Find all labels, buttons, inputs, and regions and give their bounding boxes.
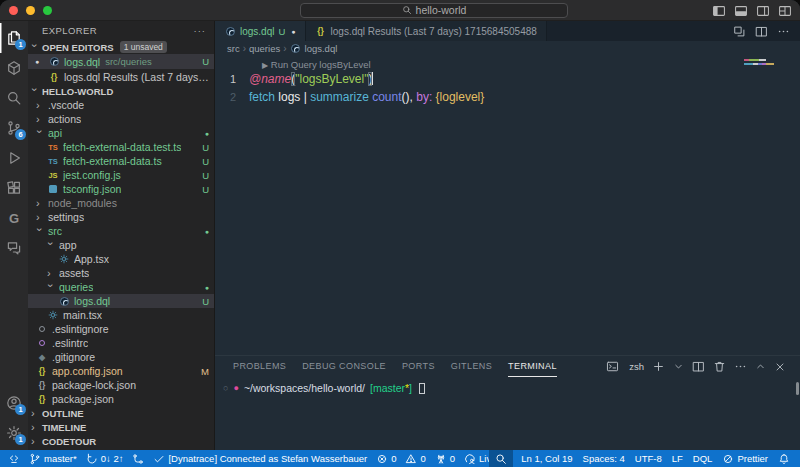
shell-selector-icon[interactable]	[606, 360, 619, 373]
tree-folder-actions[interactable]: ›actions	[28, 112, 214, 126]
tree-file-jest-config-js[interactable]: JSjest.config.jsU	[28, 168, 214, 182]
breadcrumb-item-queries[interactable]: queries	[249, 43, 280, 54]
tree-file-fetch-external-data-test-ts[interactable]: TSfetch-external-data.test.tsU	[28, 140, 214, 154]
tree-folder-queries[interactable]: ›queries●	[28, 280, 214, 294]
eslint-glyph	[39, 340, 45, 346]
status-dynatrace-connection[interactable]: [Dynatrace] Connected as Stefan Wasserba…	[151, 450, 369, 467]
status-notifications[interactable]	[776, 450, 792, 467]
tree-folder-app[interactable]: ›app	[28, 238, 214, 252]
explorer-more-actions[interactable]: ···	[194, 25, 207, 36]
status-indentation[interactable]: Spaces: 4	[581, 450, 627, 467]
folder-modified-dot-icon: ●	[205, 284, 209, 291]
json-file-icon: {}	[315, 26, 327, 36]
activity-item-search[interactable]	[0, 83, 28, 113]
editor-tab[interactable]: logs.dqlU●	[215, 21, 306, 41]
activity-item-accounts[interactable]: 1	[0, 388, 28, 418]
maximize-panel-icon[interactable]	[755, 361, 766, 372]
close-window-button[interactable]	[9, 6, 18, 15]
code-token: summarize	[310, 90, 372, 104]
activity-item-gitlens[interactable]: G	[0, 203, 28, 233]
status-remote-indicator[interactable]	[6, 450, 22, 467]
editor-more-actions-icon[interactable]	[777, 25, 790, 38]
open-editor-row[interactable]: ●logs.dqlsrc/queriesU	[28, 54, 214, 69]
status-zoom-indicator[interactable]	[489, 450, 513, 467]
tree-folder--vscode[interactable]: ›.vscode	[28, 98, 214, 112]
tree-file-main-tsx[interactable]: main.tsx	[28, 308, 214, 322]
project-section-header[interactable]: › HELLO-WORLD	[28, 84, 214, 98]
tree-file-package-lock-json[interactable]: {}package-lock.json	[28, 378, 214, 392]
open-editors-section-header[interactable]: › OPEN EDITORS 1 unsaved	[28, 40, 214, 54]
status-commit-graph[interactable]	[130, 450, 146, 467]
status-eol[interactable]: LF	[670, 450, 685, 467]
split-editor-icon[interactable]	[755, 25, 768, 38]
tree-file-logs-dql[interactable]: logs.dqlU	[28, 294, 214, 308]
status-git-sync[interactable]: 0↓ 2↑	[84, 450, 126, 467]
layout-panel-icon[interactable]	[734, 4, 748, 18]
activity-item-run-and-debug[interactable]	[0, 143, 28, 173]
breadcrumb-item-src[interactable]: src	[227, 43, 240, 54]
status-git-branch[interactable]: master*	[27, 450, 79, 467]
minimap[interactable]	[744, 59, 774, 65]
tree-file--eslintignore[interactable]: .eslintignore	[28, 322, 214, 336]
close-panel-icon[interactable]	[774, 361, 786, 373]
tree-folder-settings[interactable]: ›settings	[28, 210, 214, 224]
status-formatter[interactable]: Prettier	[720, 450, 770, 467]
kill-terminal-icon[interactable]	[713, 360, 726, 373]
layout-sidebar-right-icon[interactable]	[756, 4, 770, 18]
activity-item-dynatrace[interactable]	[0, 53, 28, 83]
layout-sidebar-left-icon[interactable]	[712, 4, 726, 18]
panel-tab-ports[interactable]: PORTS	[402, 356, 435, 377]
status-encoding[interactable]: UTF-8	[633, 450, 664, 467]
tree-folder-node-modules[interactable]: ›node_modules	[28, 196, 214, 210]
layout-customize-icon[interactable]	[778, 4, 792, 18]
open-changes-icon[interactable]	[733, 25, 746, 38]
chevron-down-icon: ›	[31, 44, 39, 52]
status-errors[interactable]: 0	[374, 450, 398, 467]
tree-file-fetch-external-data-ts[interactable]: TSfetch-external-data.tsU	[28, 154, 214, 168]
code-editor[interactable]: ▶ Run Query logsByLevel 1@name("logsByLe…	[215, 56, 800, 355]
split-terminal-icon[interactable]	[692, 360, 705, 373]
panel-more-actions-icon[interactable]	[734, 360, 747, 373]
section-header-timeline[interactable]: ›TIMELINE	[28, 420, 214, 434]
command-center-search[interactable]: hello-world	[300, 3, 568, 18]
tree-folder-src[interactable]: ›src●	[28, 224, 214, 238]
run-query-codelens[interactable]: ▶ Run Query logsByLevel	[262, 59, 800, 70]
tree-file-app-tsx[interactable]: App.tsx	[28, 252, 214, 266]
section-header-outline[interactable]: ›OUTLINE	[28, 406, 214, 420]
activity-item-comments[interactable]	[0, 233, 28, 263]
panel-tab-gitlens[interactable]: GITLENS	[451, 356, 492, 377]
status-live-share[interactable]: Live Share	[462, 450, 489, 467]
activity-item-extensions[interactable]	[0, 173, 28, 203]
panel-tab-problems[interactable]: PROBLEMS	[233, 356, 286, 377]
breadcrumb-item-logs-dql[interactable]: logs.dql	[290, 43, 338, 54]
tree-item-label: .vscode	[48, 99, 84, 111]
status-label: 0↓ 2↑	[101, 453, 124, 464]
activity-item-settings[interactable]: 1	[0, 418, 28, 448]
tree-file-tsconfig-json[interactable]: tsconfig.jsonU	[28, 182, 214, 196]
panel-tab-terminal[interactable]: TERMINAL	[508, 356, 557, 377]
status-language-mode[interactable]: DQL	[691, 450, 715, 467]
tree-file-app-config-json[interactable]: {}app.config.jsonM	[28, 364, 214, 378]
open-editor-row[interactable]: {}logs.dql Results (Last 7 days) 1715684…	[28, 69, 214, 84]
activity-item-source-control[interactable]: 6	[0, 113, 28, 143]
maximize-window-button[interactable]	[43, 6, 52, 15]
panel-tab-debug-console[interactable]: DEBUG CONSOLE	[302, 356, 386, 377]
chevron-right-icon: ›	[31, 409, 39, 417]
tree-folder-api[interactable]: ›api●	[28, 126, 214, 140]
tree-file-package-json[interactable]: {}package.json	[28, 392, 214, 406]
status-warnings[interactable]: 0	[403, 450, 427, 467]
status-cursor-position[interactable]: Ln 1, Col 19	[519, 450, 574, 467]
editor-tab[interactable]: {}logs.dql Results (Last 7 days) 1715684…	[306, 21, 547, 41]
tree-file--eslintrc[interactable]: .eslintrc	[28, 336, 214, 350]
new-terminal-icon[interactable]	[652, 360, 665, 373]
tree-file--gitignore[interactable]: ◆.gitignore	[28, 350, 214, 364]
tree-folder-assets[interactable]: ›assets	[28, 266, 214, 280]
section-header-codetour[interactable]: ›CODETOUR	[28, 434, 214, 448]
status-label: 0	[450, 453, 455, 464]
terminal-picker-icon[interactable]	[673, 361, 684, 372]
status-ports[interactable]: 0	[433, 450, 457, 467]
terminal-content[interactable]: ○ ● ~/workspaces/hello-world/ [master*]	[215, 377, 800, 394]
minimize-window-button[interactable]	[26, 6, 35, 15]
activity-item-explorer[interactable]: 1	[0, 23, 28, 53]
terminal-scrollbar[interactable]	[796, 382, 799, 395]
